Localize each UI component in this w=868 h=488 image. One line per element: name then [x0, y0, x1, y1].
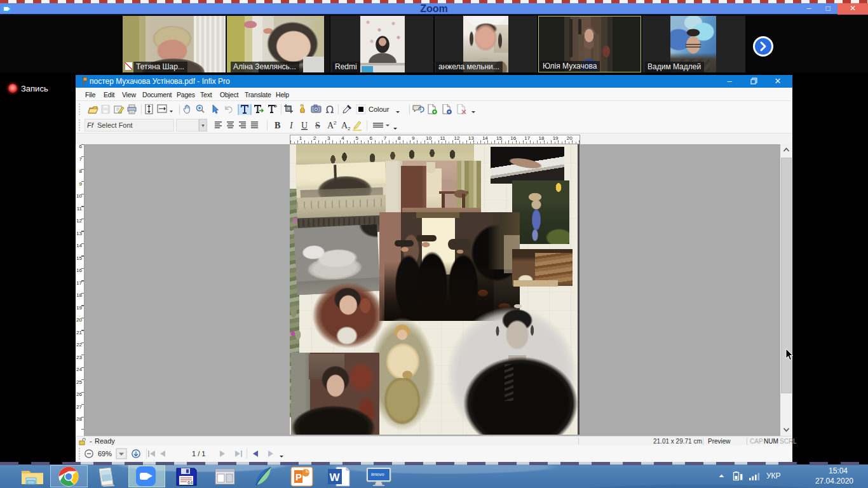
svg-text:S: S [315, 121, 320, 130]
svg-text:2: 2 [348, 126, 351, 132]
svg-text:B: B [275, 121, 280, 130]
svg-text:2: 2 [334, 120, 337, 126]
svg-text:I: I [289, 121, 294, 130]
svg-text:U: U [301, 121, 308, 130]
svg-text:1 / 1: 1 / 1 [192, 450, 205, 458]
svg-text:W: W [330, 471, 341, 484]
svg-text:64: 64 [187, 480, 193, 485]
svg-text:69%: 69% [98, 450, 112, 458]
svg-text:P: P [295, 471, 302, 482]
svg-text:lenovo: lenovo [371, 472, 384, 477]
svg-text:Colour: Colour [369, 105, 390, 113]
